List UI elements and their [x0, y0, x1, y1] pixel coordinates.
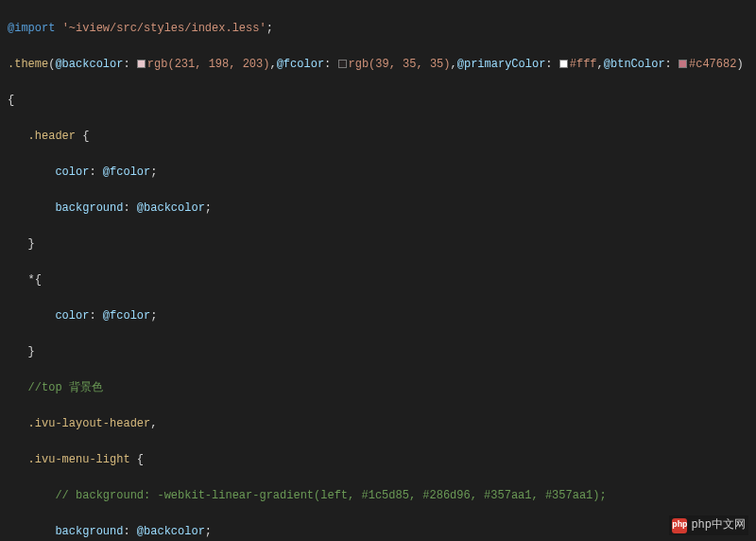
- code-line: .theme(@backcolor: rgb(231, 198, 203),@f…: [8, 56, 748, 74]
- code-line: .header {: [8, 128, 748, 146]
- code-line: .ivu-layout-header,: [8, 415, 748, 433]
- less-variable: @backcolor: [55, 58, 123, 71]
- code-line: *{: [8, 271, 748, 289]
- property: background: [55, 201, 123, 215]
- less-variable: @fcolor: [103, 166, 150, 179]
- string-literal: '~iview/src/styles/index.less': [62, 22, 266, 35]
- selector: .theme: [8, 58, 48, 71]
- selector: *: [28, 273, 35, 287]
- color-swatch-icon: [137, 60, 146, 68]
- code-line: color: @fcolor;: [8, 164, 748, 182]
- color-swatch-icon: [679, 60, 687, 68]
- code-line: background: @backcolor;: [8, 523, 748, 541]
- code-line: }: [8, 343, 748, 361]
- watermark: php php中文网: [669, 515, 748, 535]
- code-line: @import '~iview/src/styles/index.less';: [8, 20, 748, 38]
- code-line: // background: -webkit-linear-gradient(l…: [8, 487, 748, 505]
- color-swatch-icon: [559, 60, 568, 68]
- code-line: background: @backcolor;: [8, 200, 748, 218]
- color-swatch-icon: [338, 60, 347, 68]
- code-editor[interactable]: @import '~iview/src/styles/index.less'; …: [0, 0, 756, 541]
- code-line: {: [8, 92, 748, 110]
- property: color: [55, 166, 89, 179]
- watermark-text: php中文网: [691, 516, 746, 534]
- code-line: color: @fcolor;: [8, 307, 748, 325]
- php-logo-icon: php: [672, 518, 687, 533]
- comment: //top 背景色: [28, 381, 103, 394]
- comment: // background: -webkit-linear-gradient(l…: [55, 489, 606, 502]
- selector: .header: [28, 130, 83, 143]
- at-keyword: @import: [8, 22, 55, 35]
- code-line: }: [8, 236, 748, 253]
- code-line: //top 背景色: [8, 379, 748, 397]
- code-line: .ivu-menu-light {: [8, 451, 748, 469]
